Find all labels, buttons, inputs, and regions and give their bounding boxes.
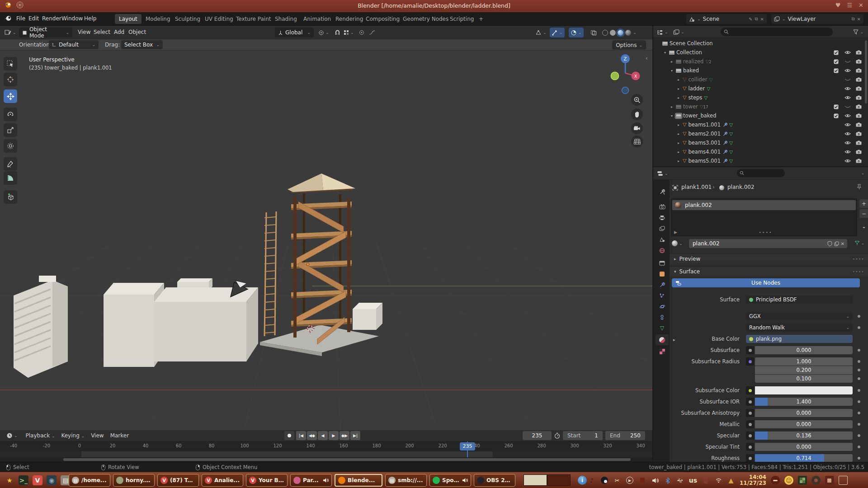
- hide-eye-icon[interactable]: [844, 86, 851, 91]
- tab-constraints-icon[interactable]: [656, 312, 669, 323]
- eye-closed-icon[interactable]: [844, 59, 851, 64]
- input-link-toggle[interactable]: [746, 420, 754, 428]
- slot-specials-button[interactable]: ⌄: [859, 222, 868, 230]
- disclosure-arrow[interactable]: ▾: [670, 114, 674, 118]
- options-button[interactable]: Options⌄: [612, 40, 646, 50]
- prev-keyframe-button[interactable]: ◀◆: [307, 431, 317, 440]
- hide-eye-icon[interactable]: [844, 113, 851, 118]
- outliner-item-label[interactable]: beams5.001: [688, 158, 721, 164]
- do-not-disturb-icon[interactable]: [771, 476, 780, 485]
- outliner-item-label[interactable]: Scene Collection: [670, 40, 713, 47]
- subsurface-ior-slider[interactable]: 1.400: [755, 398, 853, 406]
- exclude-checkbox[interactable]: [834, 68, 839, 73]
- menu-render[interactable]: Render: [42, 15, 61, 22]
- hide-eye-icon[interactable]: [844, 95, 851, 100]
- input-link-toggle[interactable]: [746, 443, 754, 451]
- disable-render-camera-icon[interactable]: [856, 131, 862, 136]
- preview-panel-header[interactable]: ▸Preview∙∙∙∙: [670, 253, 868, 263]
- input-link-toggle[interactable]: [746, 346, 754, 354]
- outliner-row[interactable]: ▸ ▽ tower ▽17 ▽: [653, 102, 868, 111]
- disable-render-camera-icon[interactable]: [856, 68, 862, 73]
- input-link-toggle[interactable]: [746, 386, 754, 394]
- tool-scale-button[interactable]: [4, 123, 17, 137]
- fake-user-shield-icon[interactable]: [827, 241, 832, 246]
- metallic-slider[interactable]: 0.000: [755, 420, 853, 428]
- menu-edit[interactable]: Edit: [28, 15, 39, 22]
- disable-render-camera-icon[interactable]: [856, 77, 862, 82]
- outliner-item-label[interactable]: beams3.001: [688, 140, 721, 146]
- play-tray-icon[interactable]: ▶: [626, 477, 634, 484]
- launcher-icon[interactable]: ★: [5, 475, 14, 485]
- outliner-item-label[interactable]: beams4.001: [688, 149, 721, 155]
- disclosure-arrow[interactable]: ▸: [676, 150, 681, 154]
- material-slot-list[interactable]: plank.002 ▶ ∙∙∙∙: [671, 198, 857, 236]
- disclosure-arrow[interactable]: ▸: [676, 123, 681, 127]
- exclude-checkbox[interactable]: [834, 104, 839, 109]
- tab-world-icon[interactable]: [656, 245, 669, 256]
- outliner-item-label[interactable]: Collection: [676, 49, 702, 56]
- outliner-search-input[interactable]: [721, 28, 833, 36]
- tab-object-data-icon[interactable]: ▽: [656, 323, 669, 333]
- outliner-filter-button[interactable]: ⌄: [851, 27, 865, 37]
- current-frame-field[interactable]: 235: [523, 431, 552, 440]
- hide-eye-icon[interactable]: [844, 150, 851, 154]
- pivot-point-dropdown[interactable]: ⌄: [316, 28, 331, 38]
- menu-window[interactable]: Window: [61, 15, 83, 22]
- tab-scene-icon[interactable]: [656, 234, 669, 245]
- overlays-toggle[interactable]: ⌄: [569, 28, 584, 38]
- menu-icon[interactable]: ☰: [847, 2, 852, 9]
- roughness-slider[interactable]: 0.714: [755, 454, 853, 462]
- outliner-item-label[interactable]: baked: [683, 67, 699, 74]
- disable-render-camera-icon[interactable]: [856, 150, 862, 154]
- menu-file[interactable]: File: [16, 15, 25, 22]
- pin-icon[interactable]: [857, 184, 862, 190]
- tab-physics-icon[interactable]: [656, 301, 669, 312]
- disclosure-arrow[interactable]: ▸: [676, 96, 681, 100]
- play-button[interactable]: ▶: [329, 431, 339, 440]
- zoom-button[interactable]: [631, 94, 643, 106]
- disable-render-camera-icon[interactable]: [856, 59, 862, 64]
- eye-closed-icon[interactable]: [844, 77, 851, 82]
- tab-scripting[interactable]: Scripting: [446, 14, 478, 24]
- proportional-falloff-icon[interactable]: [367, 28, 377, 38]
- outliner-row[interactable]: ▸ ▽ steps ▽ ▽: [653, 93, 868, 102]
- outliner-item-label[interactable]: realized: [683, 58, 703, 65]
- outliner-item-label[interactable]: ladder: [688, 85, 705, 92]
- taskbar-window-button[interactable]: V Analie...: [202, 474, 243, 487]
- music-tray-icon[interactable]: ♪: [588, 477, 596, 484]
- timeline-ruler[interactable]: -40 -20 0 20 40 60 80 100 120 140 160: [0, 441, 652, 451]
- tab-object-icon[interactable]: [656, 268, 669, 279]
- outliner-row[interactable]: ▾ ▽ tower_baked ▽ ▽: [653, 111, 868, 120]
- resize-grip[interactable]: ∙∙∙∙: [759, 230, 773, 235]
- outliner-row[interactable]: ▸ ▽ beams3.001 ▽ ▽: [653, 138, 868, 147]
- subsurface-anisotropy-slider[interactable]: 0.000: [755, 409, 853, 417]
- outliner-item-label[interactable]: beams1.001: [688, 122, 721, 128]
- outliner-item-label[interactable]: steps: [688, 94, 702, 101]
- snap-settings-dropdown[interactable]: ⌄: [342, 28, 356, 38]
- input-link-toggle[interactable]: [746, 432, 754, 440]
- scene-selector[interactable]: ⌄ Scene ✎ ⧉ ✕: [686, 14, 767, 24]
- tab-modeling[interactable]: Modeling: [142, 14, 175, 24]
- breadcrumb-material[interactable]: plank.002: [727, 184, 755, 190]
- material-filter-button[interactable]: ⌄: [854, 240, 864, 246]
- tab-render-icon[interactable]: [656, 202, 669, 212]
- disable-render-camera-icon[interactable]: [856, 159, 862, 163]
- jump-to-end-button[interactable]: ▶|: [350, 431, 360, 440]
- tab-add-workspace[interactable]: +: [475, 14, 487, 24]
- outliner-row[interactable]: ▾ ▽ baked ▽ ▽: [653, 66, 868, 75]
- orientation-dropdown[interactable]: Default⌄: [49, 40, 99, 49]
- hide-eye-icon[interactable]: [844, 50, 851, 55]
- menu-playback[interactable]: Playback ⌄: [26, 432, 55, 439]
- shading-wireframe-button[interactable]: [602, 30, 608, 36]
- disable-render-camera-icon[interactable]: [856, 122, 862, 127]
- menu-add[interactable]: Add: [114, 29, 124, 35]
- workspace-2-cell[interactable]: [547, 474, 571, 486]
- expand-arrow[interactable]: ▸: [673, 336, 675, 343]
- menu-view[interactable]: View: [78, 29, 90, 35]
- workspace-pager[interactable]: [524, 474, 571, 486]
- specular-slider[interactable]: 0.136: [755, 432, 853, 440]
- disclosure-arrow[interactable]: ▸: [676, 78, 681, 82]
- launcher-icon[interactable]: ◉: [47, 475, 57, 485]
- sss-method-dropdown[interactable]: Random Walk⌄: [746, 324, 853, 332]
- input-link-toggle[interactable]: [746, 357, 754, 366]
